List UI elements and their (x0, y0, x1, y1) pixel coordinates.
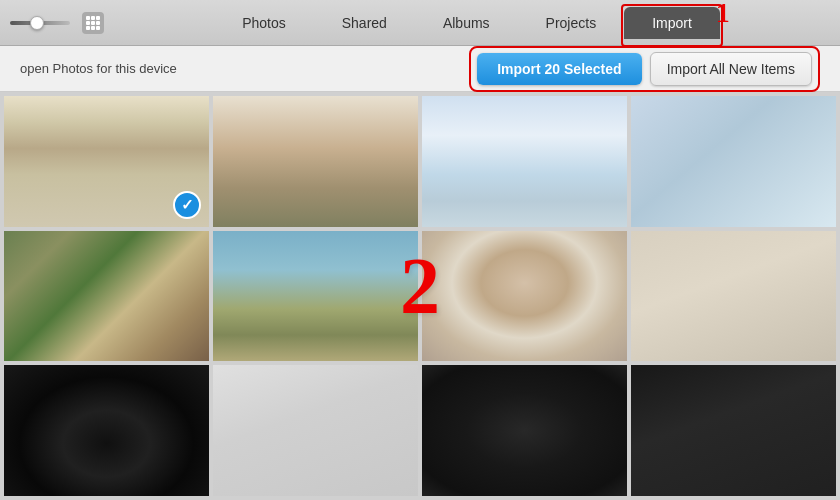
photo-item-0[interactable]: ✓ (4, 96, 209, 227)
zoom-slider[interactable] (10, 21, 70, 25)
import-tab-wrapper: Import 1 (624, 7, 720, 39)
grid-dot (96, 26, 100, 30)
checkmark-icon: ✓ (181, 197, 194, 212)
import-buttons-group: Import 20 Selected Import All New Items (469, 46, 820, 92)
import-selected-button[interactable]: Import 20 Selected (477, 53, 642, 85)
annotation-number-1: 1 (716, 0, 730, 27)
grid-view-button[interactable] (82, 12, 104, 34)
nav-left-controls (10, 12, 104, 34)
photo-item-6[interactable] (422, 231, 627, 362)
nav-tabs: Photos Shared Albums Projects Import 1 (104, 7, 830, 39)
grid-dot (86, 21, 90, 25)
photo-grid: ✓ 2 (0, 92, 840, 500)
device-subtitle: open Photos for this device (20, 61, 177, 76)
photo-item-11[interactable] (631, 365, 836, 496)
photo-item-8[interactable] (4, 365, 209, 496)
photo-item-5[interactable] (213, 231, 418, 362)
photo-item-7[interactable] (631, 231, 836, 362)
subtitle-bar: open Photos for this device Import 20 Se… (0, 46, 840, 92)
grid-dot (86, 26, 90, 30)
grid-icon (86, 16, 100, 30)
grid-dot (91, 21, 95, 25)
tab-projects[interactable]: Projects (518, 7, 625, 39)
selected-badge: ✓ (173, 191, 201, 219)
photo-item-3[interactable] (631, 96, 836, 227)
slider-thumb[interactable] (30, 16, 44, 30)
tab-albums[interactable]: Albums (415, 7, 518, 39)
grid-dot (91, 16, 95, 20)
photo-item-4[interactable] (4, 231, 209, 362)
photo-item-9[interactable] (213, 365, 418, 496)
grid-dot (91, 26, 95, 30)
tab-import[interactable]: Import (624, 7, 720, 39)
tab-shared[interactable]: Shared (314, 7, 415, 39)
photo-item-10[interactable] (422, 365, 627, 496)
grid-dot (96, 21, 100, 25)
photo-item-1[interactable] (213, 96, 418, 227)
grid-dot (96, 16, 100, 20)
grid-dot (86, 16, 90, 20)
photo-item-2[interactable] (422, 96, 627, 227)
tab-photos[interactable]: Photos (214, 7, 314, 39)
import-all-button[interactable]: Import All New Items (650, 52, 812, 86)
top-nav-bar: Photos Shared Albums Projects Import 1 (0, 0, 840, 46)
